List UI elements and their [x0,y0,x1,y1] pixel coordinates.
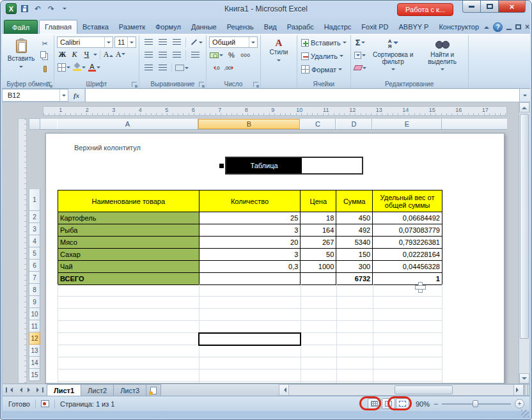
zoom-level[interactable]: 90% [413,400,430,408]
cell[interactable]: 0,073083779 [373,224,442,237]
help-icon[interactable]: ? [493,22,503,32]
format-painter-button[interactable] [38,63,51,75]
tab-addins[interactable]: Надстрс [319,20,357,34]
cell[interactable]: 50 [301,249,336,261]
align-right-button[interactable] [170,49,183,61]
find-select-button[interactable]: Найти и выделить [419,36,465,77]
cell[interactable] [199,273,301,285]
horizontal-scrollbar[interactable] [279,384,529,396]
expand-formula-bar-button[interactable] [520,89,530,102]
cell[interactable]: 6732 [336,273,373,285]
page-layout-view-button[interactable] [382,398,395,409]
tab-review[interactable]: Рецензь [222,20,259,34]
cell[interactable]: Сахар [58,249,199,261]
insert-cells-button[interactable]: Вставить [300,36,348,49]
cell[interactable]: Рыба [58,224,199,237]
font-name-combo[interactable]: Calibri [57,36,113,48]
horizontal-scroll-thumb[interactable] [395,385,453,394]
next-sheet-button[interactable] [25,385,35,395]
number-dialog-launcher-icon[interactable] [253,82,258,87]
tab-home[interactable]: Главная [39,20,77,34]
maximize-button[interactable] [481,1,498,13]
tab-insert[interactable]: Вставка [77,20,114,34]
cell[interactable]: 5340 [336,237,373,249]
cell[interactable]: 1 [373,273,442,285]
row-header[interactable]: 3 [29,223,40,235]
scroll-left-button[interactable] [279,384,289,396]
underline-button[interactable]: Ч [81,49,92,60]
scroll-down-button[interactable] [519,373,529,384]
last-sheet-button[interactable] [35,385,45,395]
align-top-button[interactable] [142,36,155,48]
decrease-font-button[interactable]: А [115,49,126,60]
page-break-view-button[interactable] [396,398,409,409]
cut-button[interactable]: ✂ [38,38,51,49]
increase-font-button[interactable]: А [103,49,114,60]
undo-button[interactable]: ↶ [32,4,43,14]
qat-customize-button[interactable] [59,4,70,14]
macro-record-icon[interactable] [41,400,49,407]
row-header[interactable]: 8 [29,284,40,296]
prev-sheet-button[interactable] [15,385,24,395]
vertical-scroll-thumb[interactable] [520,114,529,339]
delete-cells-button[interactable]: Удалить [300,50,348,62]
tab-foxit[interactable]: Foxit PD [356,20,393,34]
increase-decimal-button[interactable]: ,0 [209,62,222,74]
paste-button[interactable]: Вставить [6,36,36,77]
align-bottom-button[interactable] [170,36,183,48]
workbook-restore-icon[interactable] [515,24,521,29]
scroll-up-button[interactable] [519,102,529,113]
table-header-cell[interactable]: Количество [199,191,301,212]
sheet-tab-list1[interactable]: Лист1 [47,384,81,396]
close-button[interactable]: × [498,1,526,13]
tab-page-layout[interactable]: Разметк [114,20,150,34]
minimize-ribbon-icon[interactable] [484,24,489,29]
row-header[interactable]: 14 [29,357,40,369]
normal-view-button[interactable] [368,398,381,409]
align-center-button[interactable] [156,49,169,61]
formula-input[interactable] [85,89,520,102]
cell[interactable] [301,273,336,285]
workbook-minimize-icon[interactable] [506,29,512,30]
first-sheet-button[interactable] [4,385,14,395]
textbox-handle[interactable] [219,164,224,168]
clear-button[interactable] [354,62,367,74]
format-cells-button[interactable]: Формат [300,63,348,75]
orientation-button[interactable] [189,36,203,48]
column-header-b[interactable]: B [198,119,300,129]
borders-button[interactable] [57,61,71,73]
row-header[interactable]: 6 [29,260,40,272]
table-header-cell[interactable]: Наименование товара [58,191,199,212]
fill-button[interactable] [354,49,367,61]
cell[interactable]: 25 [199,212,301,224]
column-header-c[interactable]: C [300,119,336,129]
row-header[interactable]: 11 [29,320,40,332]
page-header-placeholder[interactable]: Верхний колонтитул [74,144,141,152]
bold-button[interactable]: Ж [57,49,68,60]
decrease-indent-button[interactable] [142,62,155,74]
name-box[interactable]: B12 [2,89,68,102]
cell[interactable]: 450 [336,212,373,224]
cell[interactable]: Чай [58,261,199,273]
table-header-cell[interactable]: Цена [301,191,336,212]
italic-button[interactable]: К [69,49,80,60]
font-dialog-launcher-icon[interactable] [132,82,137,87]
cell[interactable]: 0,02228164 [373,249,442,261]
cell[interactable]: 0,793226381 [373,237,442,249]
font-color-button[interactable]: А [88,61,101,73]
cell[interactable]: 3 [199,224,301,237]
row-header[interactable]: 10 [29,308,40,320]
font-size-combo[interactable]: 11 [114,36,136,48]
cell[interactable]: 0,04456328 [373,261,442,273]
zoom-in-button[interactable]: + [515,399,524,408]
column-header-a[interactable]: A [57,119,198,129]
cell[interactable]: 150 [336,249,373,261]
scroll-right-button[interactable] [513,384,524,396]
merge-center-button[interactable] [175,62,189,74]
cell[interactable]: 0,06684492 [373,212,442,224]
vertical-scrollbar[interactable] [519,102,529,384]
autosum-button[interactable]: Σ [354,36,367,48]
increase-indent-button[interactable] [156,62,169,74]
cell[interactable]: 164 [301,224,336,237]
wrap-text-button[interactable] [189,49,201,61]
